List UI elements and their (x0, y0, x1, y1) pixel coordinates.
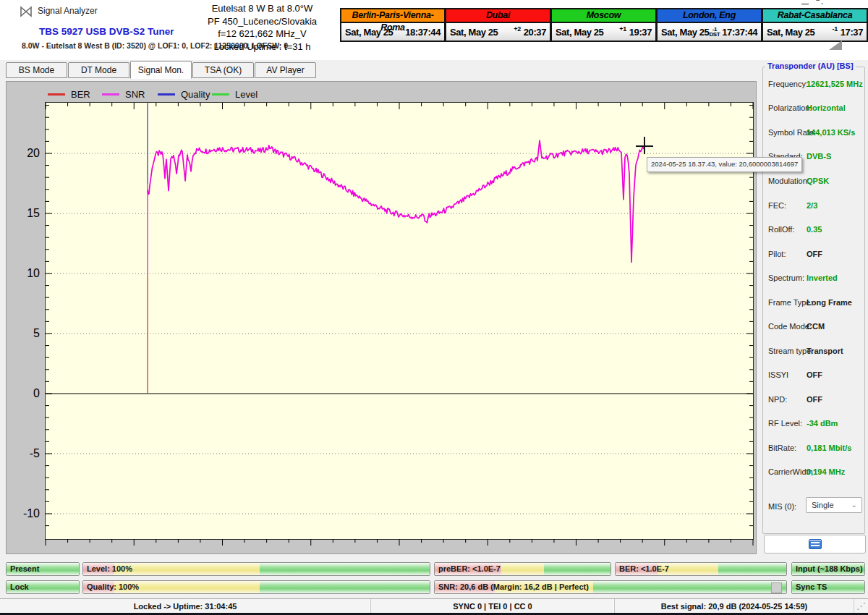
field-value: OFF (807, 370, 822, 379)
field-label: Modulation: (768, 177, 809, 185)
mis-label: MIS (0): (768, 502, 796, 511)
clock-rabat: Rabat-Casablanca Sat, May 25 -1 17:37 (762, 8, 868, 42)
legend-label: BER (71, 89, 90, 100)
snr-gauge: SNR: 20,6 dB (Margin: 16,2 dB | Perfect) (434, 580, 787, 594)
level-gauge: Level: 100% (82, 562, 430, 576)
status-bar: Locked -> Uptime: 31:04:45 SYNC 0 | TEI … (0, 598, 868, 614)
clock-utc-offset: -1 (833, 25, 838, 33)
window-header: Signal Analyzer TBS 5927 USB DVB-S2 Tune… (0, 0, 868, 60)
ber-gauge: BER: <1.0E-7 (615, 562, 787, 576)
mis-dropdown[interactable]: Single ⌄ (806, 497, 862, 513)
quality-line-swatch (158, 93, 175, 96)
lock-gauge: Lock (6, 580, 80, 594)
tab-signal-mon[interactable]: Signal Mon. (130, 61, 192, 79)
input-gauge: Input (~188 Kbps) (791, 562, 865, 576)
snr-gauge-marker (771, 582, 782, 593)
clock-london: London, Eng Sat, May 25 -1 DST 17:37:44 (657, 8, 762, 42)
ber-line-swatch (48, 93, 65, 96)
field-value: DVB-S (807, 152, 831, 161)
gauge-label: Lock (10, 581, 29, 593)
stream-capture-button[interactable] (764, 535, 866, 554)
gauge-label: Quality: 100% (87, 581, 139, 593)
clock-date: Sat, May 25 (450, 27, 498, 38)
clock-city-label: Moscow (552, 9, 655, 23)
clock-city-label: Berlin-Paris-Vienna-Roma (341, 9, 444, 23)
field-value: OFF (807, 395, 822, 404)
field-label: Polarization: (768, 103, 812, 112)
tab-bs-mode[interactable]: BS Mode (6, 62, 67, 78)
field-label: ISSYI (768, 370, 788, 379)
field-label: Spectrum: (768, 273, 804, 282)
resize-grip-icon[interactable]: ⋰ (856, 601, 867, 612)
svg-text:15: 15 (27, 207, 40, 219)
background-window-fragment: — ‗ ‾ · (801, 0, 862, 7)
legend-level: Level (212, 88, 258, 100)
mode-tabs: BS Mode DT Mode Signal Mon. TSA (OK) AV … (6, 61, 440, 80)
quality-gauge: Quality: 100% (82, 580, 430, 594)
gauge-label: Present (10, 563, 39, 575)
clock-utc-offset: +2 (514, 25, 520, 33)
tab-tsa[interactable]: TSA (OK) (192, 62, 254, 78)
field-value: Transport (807, 347, 843, 355)
status-sync-counters: SYNC 0 | TEI 0 | CC 0 (371, 599, 615, 614)
satellite-info-block: Eutelsat 8 W B at 8.0°W PF 450_Lučenec/S… (184, 2, 340, 53)
tuner-title: TBS 5927 USB DVB-S2 Tuner (39, 26, 174, 37)
clock-date: Sat, May 25 (345, 27, 393, 38)
clock-date: Sat, May 25 (767, 27, 814, 38)
signal-chart-frame: BER SNR Quality Level 20151050-5-10 (6, 81, 757, 554)
field-value: OFF (807, 250, 822, 258)
legend-snr: SNR (102, 88, 145, 100)
gauge-label: preBER: <1.0E-7 (438, 563, 501, 575)
clock-time: 17:37 (841, 27, 863, 38)
clock-berlin: Berlin-Paris-Vienna-Roma Sat, May 25 18:… (340, 8, 446, 42)
gauge-label: Input (~188 Kbps) (796, 563, 863, 575)
field-value: -34 dBm (807, 419, 838, 428)
field-label: Frequency: (768, 80, 808, 88)
field-value: 0,181 Mbit/s (807, 444, 851, 452)
field-value: 2/3 (807, 201, 817, 210)
legend-ber: BER (48, 88, 90, 100)
gauge-label: BER: <1.0E-7 (619, 563, 669, 575)
transponder-panel-title: Transponder (AU) [BS] (765, 62, 856, 70)
status-best-signal: Best signal: 20,9 dB (2024-05-25 14:59) (615, 599, 854, 614)
clock-city-label: Rabat-Casablanca (763, 9, 867, 23)
clock-date: Sat, May 25 (556, 27, 603, 38)
gauge-label: SNR: 20,6 dB (Margin: 16,2 dB | Perfect) (438, 581, 589, 593)
clock-widget-pointer (829, 41, 842, 50)
field-value: Horizontal (807, 103, 846, 112)
mis-selected-value: Single (812, 501, 834, 509)
app-dish-icon (20, 5, 33, 18)
chart-value-tooltip: 2024-05-25 18.37.43, value: 20,600000381… (647, 157, 802, 172)
preber-gauge: preBER: <1.0E-7 (434, 562, 611, 576)
world-clocks: Berlin-Paris-Vienna-Roma Sat, May 25 18:… (340, 8, 868, 42)
legend-label: Quality (181, 89, 210, 100)
field-value: QPSK (807, 177, 829, 185)
field-value: 144,013 KS/s (807, 128, 855, 137)
clock-dubai: Dubai Sat, May 25 +2 20:37 (446, 8, 551, 42)
field-value: Inverted (807, 273, 838, 282)
field-label: FEC: (768, 201, 786, 210)
clock-time: 18:37:44 (405, 27, 441, 38)
present-gauge: Present (6, 562, 80, 576)
legend-quality: Quality (158, 88, 210, 100)
svg-text:0: 0 (33, 387, 40, 399)
frequency-line: f=12 621,662 MHz_V (184, 27, 340, 41)
clock-date: Sat, May 25 (661, 27, 709, 38)
clock-dst-note: DST (709, 31, 720, 38)
clock-time: 19:37 (629, 27, 652, 38)
chevron-down-icon: ⌄ (851, 498, 857, 512)
gauge-label: Sync TS (796, 581, 827, 593)
tab-dt-mode[interactable]: DT Mode (68, 62, 129, 78)
svg-text:10: 10 (27, 267, 40, 279)
field-value: CCM (807, 322, 825, 331)
svg-text:-5: -5 (30, 447, 40, 459)
gauge-label: Level: 100% (87, 563, 132, 575)
clock-time: 20:37 (524, 27, 546, 38)
clock-city-label: London, Eng (658, 9, 761, 23)
window-title: Signal Analyzer (38, 6, 98, 16)
svg-text:5: 5 (33, 327, 40, 339)
field-label: RollOff: (768, 225, 794, 234)
stream-list-icon (809, 539, 822, 549)
tab-av-player[interactable]: AV Player (255, 62, 316, 78)
uptime-line: Locked Uptime : t=31 h (184, 41, 340, 54)
